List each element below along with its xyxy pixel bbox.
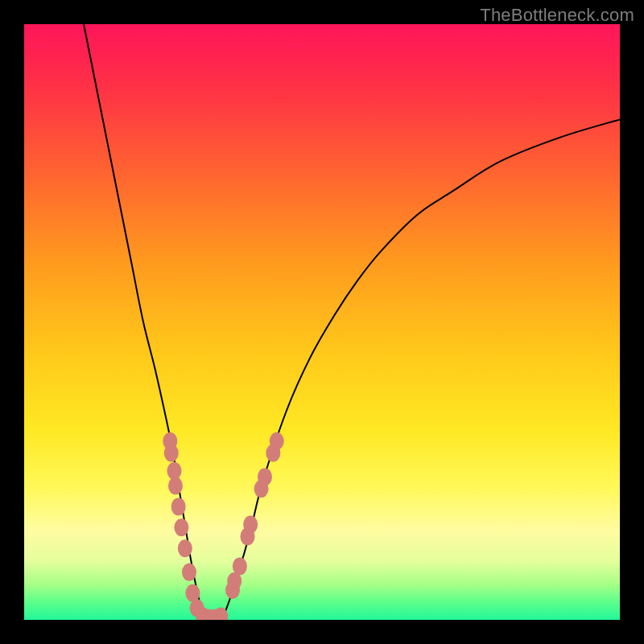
plot-area (24, 24, 620, 620)
data-marker (168, 477, 183, 495)
data-marker (171, 497, 186, 515)
data-marker (233, 557, 247, 575)
chart-svg (24, 24, 620, 620)
chart-frame: TheBottleneck.com (0, 0, 644, 644)
data-marker (174, 518, 188, 536)
gradient-background (24, 24, 620, 620)
data-marker (178, 539, 192, 557)
data-marker (270, 432, 284, 450)
data-marker (182, 564, 196, 581)
data-marker (164, 444, 179, 462)
data-marker (243, 516, 258, 534)
data-marker (258, 468, 272, 485)
watermark-text: TheBottleneck.com (480, 5, 634, 26)
